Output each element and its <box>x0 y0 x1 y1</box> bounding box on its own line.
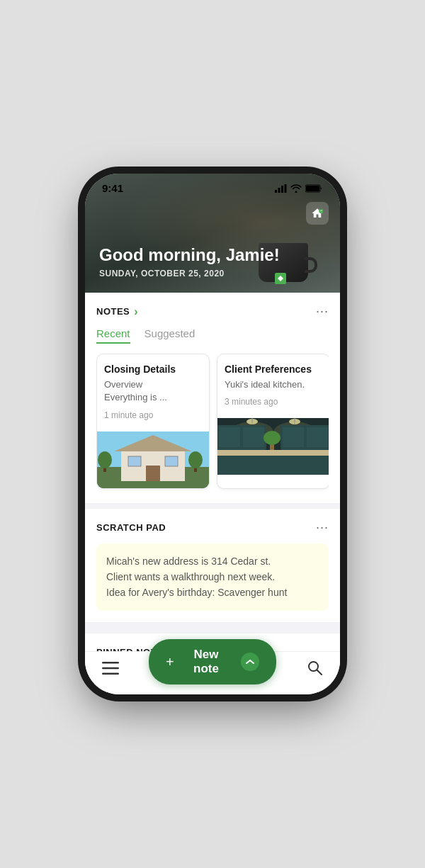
note-card-closing-details[interactable]: Closing Details OverviewEverything is ..… <box>96 354 210 489</box>
svg-rect-29 <box>283 427 304 447</box>
scratch-pad-section: SCRATCH PAD ··· Micah's new address is 3… <box>85 509 340 622</box>
svg-point-17 <box>188 451 203 468</box>
note-card-content-1: Closing Details OverviewEverything is ..… <box>97 354 209 432</box>
svg-rect-26 <box>219 427 240 447</box>
svg-rect-31 <box>217 450 329 456</box>
battery-icon <box>305 184 323 193</box>
notes-cards-row: Closing Details OverviewEverything is ..… <box>96 354 329 492</box>
phone-frame: 9:41 <box>85 174 340 694</box>
svg-rect-11 <box>128 456 141 466</box>
notes-more-button[interactable]: ··· <box>316 304 329 319</box>
notes-title-row: NOTES › <box>96 305 138 318</box>
svg-rect-0 <box>275 190 277 193</box>
tab-suggested[interactable]: Suggested <box>144 327 196 344</box>
pinned-note-more-button[interactable]: ··· <box>316 645 329 651</box>
notes-section-header: NOTES › ··· <box>96 304 329 319</box>
svg-rect-35 <box>102 662 119 664</box>
notes-tabs: Recent Suggested <box>96 327 329 344</box>
search-button[interactable] <box>306 659 323 680</box>
scratch-pad-title: SCRATCH PAD <box>96 522 166 533</box>
note-card-snippet-1: OverviewEverything is ... <box>104 378 202 404</box>
svg-rect-27 <box>243 427 264 447</box>
hero-greeting: Good morning, Jamie! <box>99 245 280 266</box>
new-note-chevron-icon[interactable] <box>241 653 259 671</box>
status-bar: 9:41 <box>85 174 340 197</box>
svg-rect-36 <box>102 667 119 669</box>
home-icon <box>311 207 324 220</box>
wifi-icon <box>290 184 302 193</box>
scratch-pad-more-button[interactable]: ··· <box>316 520 329 535</box>
svg-line-39 <box>317 670 322 675</box>
svg-rect-13 <box>146 466 160 481</box>
notes-arrow[interactable]: › <box>134 305 137 318</box>
tab-recent[interactable]: Recent <box>96 327 130 344</box>
svg-point-15 <box>98 451 112 468</box>
svg-rect-12 <box>165 456 178 466</box>
status-icons <box>275 184 323 193</box>
hero-date: SUNDAY, OCTOBER 25, 2020 <box>99 269 280 278</box>
section-divider <box>85 628 340 633</box>
note-card-time-2: 3 minutes ago <box>225 397 322 407</box>
status-time: 9:41 <box>102 182 123 194</box>
scratch-pad-header: SCRATCH PAD ··· <box>96 520 329 535</box>
plus-icon: + <box>166 654 174 670</box>
hero-content: Good morning, Jamie! SUNDAY, OCTOBER 25,… <box>99 245 280 278</box>
main-content: NOTES › ··· Recent Suggested Closing Det… <box>85 293 340 651</box>
svg-rect-1 <box>278 188 280 193</box>
note-card-client-preferences[interactable]: Client Preferences Yuki's ideal kitchen.… <box>217 354 329 489</box>
svg-rect-37 <box>102 672 119 675</box>
note-card-image-kitchen <box>217 418 329 475</box>
note-card-snippet-2: Yuki's ideal kitchen. <box>225 378 322 391</box>
note-card-content-2: Client Preferences Yuki's ideal kitchen.… <box>217 354 329 418</box>
scratch-pad-text: Micah's new address is 314 Cedar st. Cli… <box>106 556 287 599</box>
home-icon-button[interactable] <box>306 202 329 225</box>
new-note-label: New note <box>180 648 233 676</box>
scratch-pad-content[interactable]: Micah's new address is 314 Cedar st. Cli… <box>96 543 329 611</box>
svg-rect-3 <box>285 184 287 193</box>
notes-title: NOTES <box>96 306 130 317</box>
note-card-time-1: 1 minute ago <box>104 410 202 420</box>
svg-rect-30 <box>307 427 328 447</box>
note-card-title-2: Client Preferences <box>225 363 322 376</box>
svg-point-34 <box>264 431 280 445</box>
hamburger-menu-button[interactable] <box>102 662 119 678</box>
svg-rect-2 <box>281 186 283 193</box>
bottom-bar: + New note <box>85 651 340 694</box>
svg-rect-5 <box>306 186 319 191</box>
note-card-title-1: Closing Details <box>104 363 202 376</box>
signal-icon <box>275 184 287 193</box>
note-card-image-house <box>97 432 209 488</box>
svg-rect-32 <box>217 456 329 475</box>
new-note-button[interactable]: + New note <box>149 639 276 684</box>
notes-section: NOTES › ··· Recent Suggested Closing Det… <box>85 293 340 503</box>
